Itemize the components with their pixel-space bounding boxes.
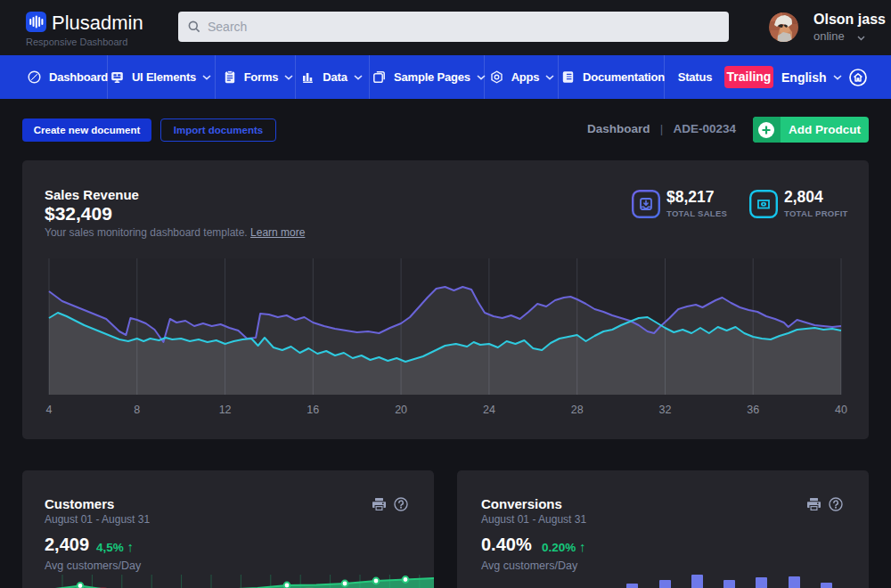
- svg-text:8: 8: [134, 404, 140, 416]
- svg-text:20: 20: [395, 404, 407, 416]
- svg-text:28: 28: [571, 404, 584, 416]
- svg-text:24: 24: [483, 404, 495, 416]
- svg-text:12: 12: [219, 404, 232, 416]
- svg-text:4: 4: [46, 404, 53, 416]
- svg-text:32: 32: [659, 404, 672, 416]
- svg-text:40: 40: [835, 404, 847, 416]
- svg-text:36: 36: [747, 404, 759, 416]
- svg-text:16: 16: [307, 404, 319, 416]
